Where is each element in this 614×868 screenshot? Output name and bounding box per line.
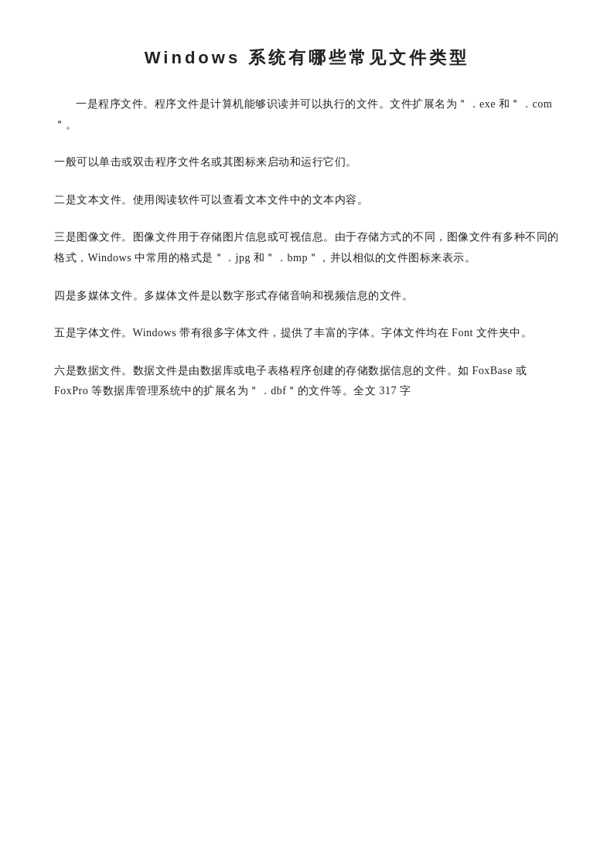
paragraph-1: 一是程序文件。程序文件是计算机能够识读并可以执行的文件。文件扩展名为＂．exe … bbox=[54, 94, 560, 135]
paragraph-4: 三是图像文件。图像文件用于存储图片信息或可视信息。由于存储方式的不同，图像文件有… bbox=[54, 227, 560, 268]
paragraph-2: 一般可以单击或双击程序文件名或其图标来启动和运行它们。 bbox=[54, 152, 560, 173]
paragraph-3: 二是文本文件。使用阅读软件可以查看文本文件中的文本内容。 bbox=[54, 190, 560, 211]
page-title: Windows 系统有哪些常见文件类型 bbox=[54, 46, 560, 70]
paragraph-5: 四是多媒体文件。多媒体文件是以数字形式存储音响和视频信息的文件。 bbox=[54, 286, 560, 307]
paragraph-7: 六是数据文件。数据文件是由数据库或电子表格程序创建的存储数据信息的文件。如 Fo… bbox=[54, 361, 560, 402]
content-area: 一是程序文件。程序文件是计算机能够识读并可以执行的文件。文件扩展名为＂．exe … bbox=[54, 94, 560, 402]
paragraph-6: 五是字体文件。Windows 带有很多字体文件，提供了丰富的字体。字体文件均在 … bbox=[54, 323, 560, 344]
